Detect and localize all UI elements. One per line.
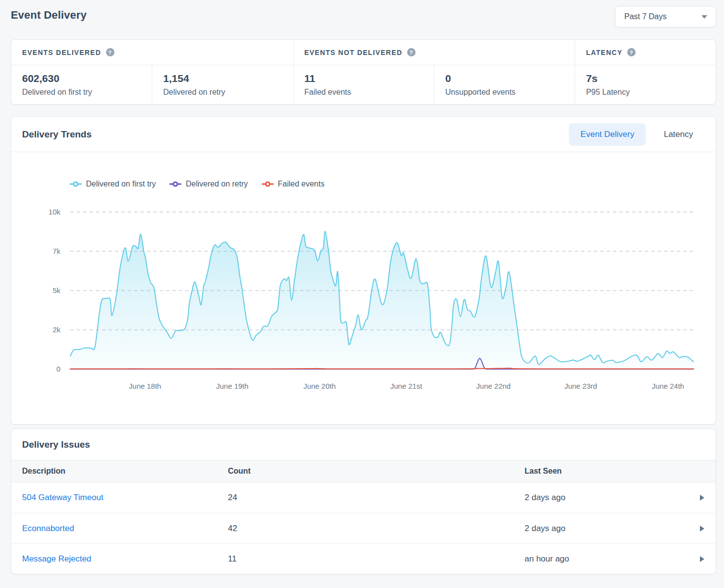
column-header-count: Count	[228, 467, 525, 476]
svg-text:2k: 2k	[53, 325, 60, 334]
x-axis-labels: June 18thJune 19thJune 20thJune 21stJune…	[129, 382, 684, 390]
metric-label: Delivered on retry	[163, 88, 282, 97]
svg-text:5k: 5k	[53, 286, 60, 294]
stat-section-title: LATENCY	[586, 49, 622, 56]
tab-event-delivery[interactable]: Event Delivery	[569, 123, 646, 146]
stats-summary-card: EVENTS DELIVERED ? 602,630 Delivered on …	[11, 39, 716, 105]
issue-count: 11	[228, 554, 525, 564]
chevron-right-icon[interactable]	[688, 556, 716, 562]
stat-section-body: 11 Failed events 0 Unsupported events	[294, 65, 575, 104]
chevron-down-icon	[701, 15, 707, 19]
stat-section-title: EVENTS DELIVERED	[22, 49, 101, 56]
issue-link[interactable]: Message Rejected	[22, 554, 228, 564]
metric-unsupported-events: 0 Unsupported events	[434, 65, 575, 104]
metric-label: Unsupported events	[445, 88, 564, 97]
page-title: Event Delivery	[11, 9, 86, 22]
stat-section-latency: LATENCY ? 7s P95 Latency	[575, 40, 716, 104]
question-mark-icon[interactable]: ?	[627, 48, 636, 56]
metric-value: 7s	[586, 73, 705, 84]
stat-section-events-not-delivered: EVENTS NOT DELIVERED ? 11 Failed events …	[293, 40, 575, 104]
metric-delivered-first-try: 602,630 Delivered on first try	[11, 65, 152, 104]
delivery-trends-chart[interactable]: 02k5k7k10kJune 18thJune 19thJune 20thJun…	[11, 194, 716, 397]
stat-section-title: EVENTS NOT DELIVERED	[305, 49, 402, 56]
issue-link[interactable]: 504 Gateway Timeout	[22, 493, 228, 503]
stat-section-header: EVENTS NOT DELIVERED ?	[294, 40, 575, 65]
chevron-right-icon[interactable]	[688, 525, 716, 532]
stat-section-header: EVENTS DELIVERED ?	[11, 40, 293, 65]
tab-latency[interactable]: Latency	[652, 123, 705, 146]
issue-last-seen: an hour ago	[525, 554, 688, 564]
issue-link[interactable]: Econnaborted	[22, 524, 228, 534]
question-mark-icon[interactable]: ?	[407, 48, 416, 56]
legend-marker-icon	[69, 181, 82, 187]
svg-text:10k: 10k	[49, 208, 61, 216]
delivery-trends-header: Delivery Trends Event Delivery Latency	[11, 117, 716, 152]
question-mark-icon[interactable]: ?	[106, 48, 114, 56]
svg-text:June 19th: June 19th	[216, 382, 249, 390]
metric-label: P95 Latency	[586, 88, 705, 97]
stat-section-header: LATENCY ?	[575, 40, 716, 65]
legend-item-failed[interactable]: Failed events	[261, 180, 325, 188]
metric-value: 0	[445, 73, 564, 84]
delivery-trends-title: Delivery Trends	[22, 129, 92, 140]
page-header: Event Delivery Past 7 Days	[11, 6, 716, 27]
stat-section-body: 602,630 Delivered on first try 1,154 Del…	[11, 65, 293, 104]
stat-section-body: 7s P95 Latency	[575, 65, 716, 104]
svg-text:7k: 7k	[53, 247, 60, 255]
column-header-description: Description	[22, 467, 228, 476]
legend-marker-icon	[261, 181, 274, 187]
metric-delivered-retry: 1,154 Delivered on retry	[152, 65, 293, 104]
legend-label: Delivered on first try	[86, 180, 156, 188]
legend-item-retry[interactable]: Delivered on retry	[169, 180, 248, 188]
metric-value: 602,630	[22, 73, 141, 84]
legend-label: Failed events	[278, 180, 325, 188]
issue-count: 42	[228, 524, 525, 534]
svg-text:June 21st: June 21st	[390, 382, 422, 390]
metric-value: 1,154	[163, 73, 282, 84]
issue-last-seen: 2 days ago	[525, 524, 688, 534]
series-line-2	[70, 369, 694, 369]
column-header-last-seen: Last Seen	[525, 467, 688, 476]
svg-text:June 23rd: June 23rd	[564, 382, 597, 390]
svg-text:June 20th: June 20th	[304, 382, 336, 390]
metric-value: 11	[305, 73, 423, 84]
issue-count: 24	[228, 493, 525, 503]
delivery-trends-card: Delivery Trends Event Delivery Latency D…	[11, 116, 716, 425]
svg-text:0: 0	[56, 365, 60, 373]
delivery-issues-title: Delivery Issues	[11, 429, 716, 460]
metric-label: Delivered on first try	[22, 88, 141, 97]
svg-text:June 18th: June 18th	[129, 382, 161, 390]
table-row[interactable]: Message Rejected 11 an hour ago	[11, 543, 716, 574]
time-range-dropdown[interactable]: Past 7 Days	[615, 6, 716, 27]
table-row[interactable]: Econnaborted 42 2 days ago	[11, 513, 716, 543]
metric-label: Failed events	[305, 88, 423, 97]
svg-text:June 24th: June 24th	[652, 382, 684, 390]
chart-legend: Delivered on first try Delivered on retr…	[69, 180, 716, 188]
metric-p95-latency: 7s P95 Latency	[575, 65, 716, 104]
chevron-right-icon[interactable]	[688, 494, 716, 501]
issues-table-header: Description Count Last Seen	[11, 460, 716, 482]
stat-section-events-delivered: EVENTS DELIVERED ? 602,630 Delivered on …	[11, 40, 293, 104]
legend-marker-icon	[169, 181, 182, 187]
issue-last-seen: 2 days ago	[525, 493, 688, 503]
table-row[interactable]: 504 Gateway Timeout 24 2 days ago	[11, 482, 716, 513]
delivery-issues-card: Delivery Issues Description Count Last S…	[11, 428, 716, 574]
legend-item-first-try[interactable]: Delivered on first try	[69, 180, 156, 188]
svg-text:June 22nd: June 22nd	[476, 382, 511, 390]
metric-failed-events: 11 Failed events	[294, 65, 434, 104]
legend-label: Delivered on retry	[186, 180, 248, 188]
series-area-0	[70, 231, 694, 369]
trend-tabs: Event Delivery Latency	[569, 123, 705, 146]
time-range-value: Past 7 Days	[624, 12, 667, 21]
